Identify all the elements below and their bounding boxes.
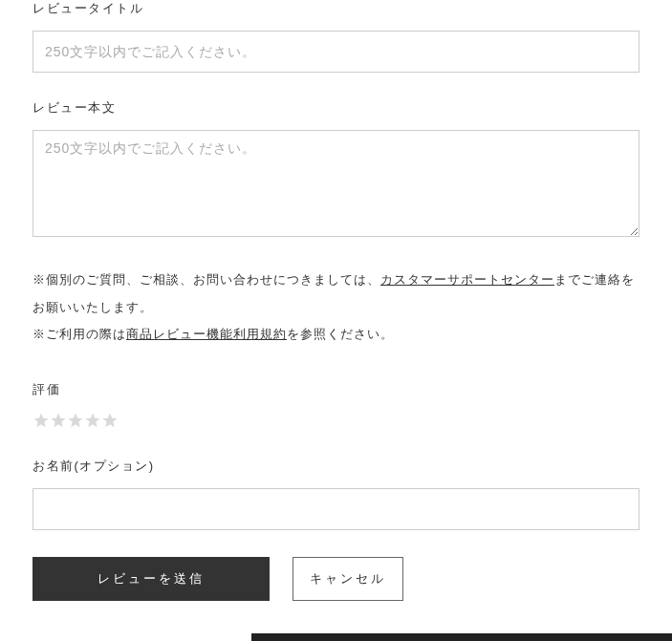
title-input[interactable]	[33, 31, 639, 73]
svg-marker-3	[86, 413, 100, 427]
note-line-1: ※個別のご質問、ご相談、お問い合わせにつきましては、カスタマーサポートセンターま…	[33, 267, 639, 321]
bottom-dark-strip	[251, 633, 672, 641]
body-field-block: レビュー本文	[33, 99, 639, 240]
rating-stars	[33, 412, 639, 429]
buttons-row: レビューを送信 キャンセル	[33, 557, 639, 601]
name-input[interactable]	[33, 488, 639, 530]
star-icon[interactable]	[67, 412, 84, 429]
note2-suffix: を参照ください。	[287, 327, 394, 341]
submit-button[interactable]: レビューを送信	[33, 557, 270, 601]
notes-block: ※個別のご質問、ご相談、お問い合わせにつきましては、カスタマーサポートセンターま…	[33, 267, 639, 349]
body-label: レビュー本文	[33, 99, 639, 117]
name-label: お名前(オプション)	[33, 458, 639, 475]
svg-marker-2	[69, 413, 83, 427]
svg-marker-4	[103, 413, 118, 427]
note-line-2: ※ご利用の際は商品レビュー機能利用規約を参照ください。	[33, 321, 639, 349]
rating-block: 評価	[33, 381, 639, 429]
rating-label: 評価	[33, 381, 639, 398]
bottom-bar	[0, 630, 672, 641]
cancel-button[interactable]: キャンセル	[293, 557, 403, 601]
title-field-block: レビュータイトル	[33, 0, 639, 73]
star-icon[interactable]	[84, 412, 101, 429]
body-textarea[interactable]	[33, 130, 639, 237]
note2-prefix: ※ご利用の際は	[33, 327, 126, 341]
svg-marker-0	[34, 413, 49, 427]
svg-marker-1	[52, 413, 66, 427]
name-field-block: お名前(オプション)	[33, 458, 639, 530]
title-label: レビュータイトル	[33, 0, 639, 17]
review-form: レビュータイトル レビュー本文 ※個別のご質問、ご相談、お問い合わせにつきまして…	[0, 0, 672, 630]
star-icon[interactable]	[50, 412, 67, 429]
note1-prefix: ※個別のご質問、ご相談、お問い合わせにつきましては、	[33, 272, 380, 287]
star-icon[interactable]	[101, 412, 119, 429]
terms-link[interactable]: 商品レビュー機能利用規約	[126, 327, 287, 341]
support-center-link[interactable]: カスタマーサポートセンター	[380, 272, 554, 287]
star-icon[interactable]	[33, 412, 50, 429]
